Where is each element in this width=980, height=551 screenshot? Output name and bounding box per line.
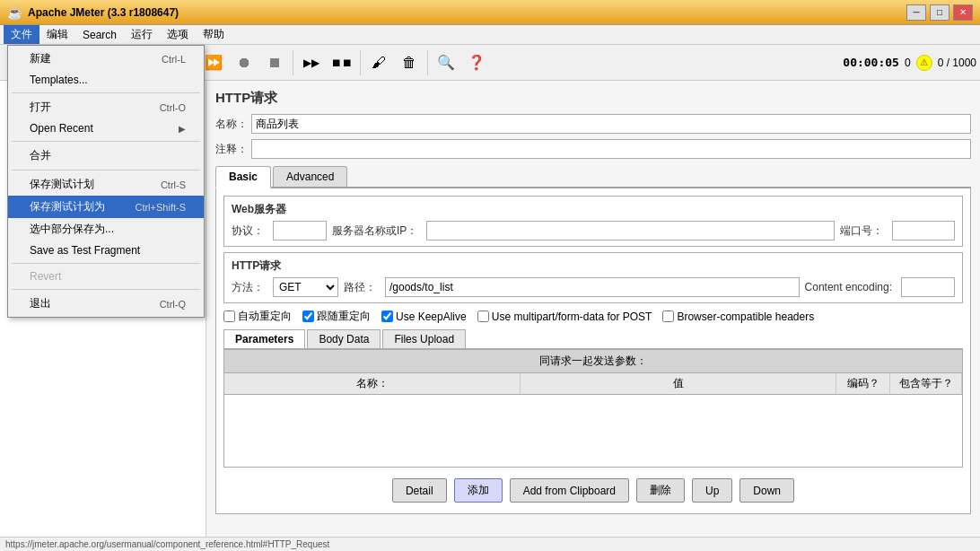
browser-headers-checkbox[interactable]: [662, 310, 674, 322]
menu-open-recent[interactable]: Open Recent ▶: [8, 118, 204, 138]
menu-save-fragment[interactable]: Save as Test Fragment: [8, 241, 204, 260]
encoding-label: Content encoding:: [805, 281, 892, 293]
http-request-section: HTTP请求 方法： GET POST PUT DELETE 路径： Conte…: [223, 252, 963, 303]
follow-redirect-check[interactable]: 跟随重定向: [302, 309, 371, 324]
inner-tab-files-upload[interactable]: Files Upload: [382, 329, 466, 348]
main-tabs: Basic Advanced Web服务器 协议： 服务器名称或IP： 端口号：: [215, 166, 971, 514]
menu-options[interactable]: 选项: [160, 25, 196, 44]
menu-revert: Revert: [8, 267, 204, 286]
multipart-check[interactable]: Use multipart/form-data for POST: [477, 310, 652, 323]
menu-edit[interactable]: 编辑: [39, 25, 75, 44]
minimize-button[interactable]: ─: [906, 4, 926, 21]
path-input[interactable]: [385, 277, 800, 297]
close-button[interactable]: ✕: [953, 4, 973, 21]
multipart-checkbox[interactable]: [477, 310, 489, 322]
col-name-header: 名称：: [224, 373, 521, 394]
name-row: 名称：: [215, 114, 971, 134]
menu-sep-1: [12, 92, 200, 93]
follow-redirect-checkbox[interactable]: [302, 310, 314, 322]
menu-sep-2: [12, 141, 200, 142]
inner-tabs-row: Parameters Body Data Files Upload: [223, 329, 963, 349]
menu-bar: 文件 编辑 Search 运行 选项 帮助: [0, 25, 980, 45]
panel-title: HTTP请求: [215, 90, 971, 107]
warning-count: 0: [905, 57, 911, 69]
menu-save-partial[interactable]: 选中部分保存为...: [8, 218, 204, 241]
col-value-header: 值: [521, 373, 836, 394]
comment-label: 注释：: [215, 142, 248, 157]
down-button[interactable]: Down: [739, 478, 794, 503]
auto-redirect-check[interactable]: 自动重定向: [223, 309, 292, 324]
menu-search[interactable]: Search: [75, 27, 124, 43]
browser-headers-check[interactable]: Browser-compatible headers: [662, 310, 814, 323]
title-text: Apache JMeter (3.3 r1808647): [28, 6, 906, 19]
checkboxes-row: 自动重定向 跟随重定向 Use KeepAlive Use multipart/…: [223, 309, 963, 324]
comment-row: 注释：: [215, 139, 971, 159]
add-param-button[interactable]: 添加: [454, 478, 503, 503]
shutdown-button[interactable]: ⏹: [260, 48, 289, 77]
tabs-row: Basic Advanced: [215, 166, 971, 188]
delete-button[interactable]: 删除: [636, 478, 685, 503]
server-input[interactable]: [426, 221, 835, 241]
server-label: 服务器名称或IP：: [332, 223, 417, 239]
auto-redirect-checkbox[interactable]: [223, 310, 235, 322]
toolbar-timer-area: 00:00:05 0 ⚠ 0 / 1000: [843, 55, 976, 71]
inner-tab-body-data[interactable]: Body Data: [307, 329, 381, 348]
menu-sep-5: [12, 289, 200, 290]
status-bar: https://jmeter.apache.org/usermanual/com…: [0, 537, 980, 551]
web-server-title: Web服务器: [232, 202, 955, 217]
menu-open[interactable]: 打开 Ctrl-O: [8, 96, 204, 118]
up-button[interactable]: Up: [692, 478, 732, 503]
col-encode-header: 编码？: [836, 373, 890, 394]
protocol-input[interactable]: [273, 221, 327, 241]
tab-content: Web服务器 协议： 服务器名称或IP： 端口号： HTTP请求 方法：: [215, 188, 971, 514]
web-server-row: 协议： 服务器名称或IP： 端口号：: [232, 221, 955, 241]
keep-alive-checkbox[interactable]: [381, 310, 393, 322]
remote-stop-button[interactable]: ⏹⏹: [328, 48, 356, 77]
keep-alive-check[interactable]: Use KeepAlive: [381, 310, 467, 323]
menu-save-as[interactable]: 保存测试计划为 Ctrl+Shift-S: [8, 196, 204, 218]
keep-alive-label: Use KeepAlive: [396, 310, 467, 323]
stop-button[interactable]: ⏺: [230, 48, 258, 77]
clear-button[interactable]: 🖌: [364, 48, 393, 77]
http-request-title: HTTP请求: [232, 258, 955, 274]
menu-save[interactable]: 保存测试计划 Ctrl-S: [8, 173, 204, 196]
browser-headers-label: Browser-compatible headers: [677, 310, 814, 323]
follow-redirect-label: 跟随重定向: [317, 309, 371, 324]
detail-button[interactable]: Detail: [392, 478, 447, 503]
name-label: 名称：: [215, 117, 248, 132]
params-section: 同请求一起发送参数： 名称： 值 编码？ 包含等于？: [223, 349, 963, 468]
menu-exit[interactable]: 退出 Ctrl-Q: [8, 293, 204, 315]
warning-badge: ⚠: [916, 55, 932, 71]
remote-start-button[interactable]: ▶▶: [297, 48, 326, 77]
menu-templates[interactable]: Templates...: [8, 70, 204, 90]
menu-run[interactable]: 运行: [124, 25, 160, 44]
menu-help[interactable]: 帮助: [196, 25, 232, 44]
status-text: https://jmeter.apache.org/usermanual/com…: [5, 539, 329, 549]
menu-merge[interactable]: 合并: [8, 144, 204, 167]
window-controls: ─ □ ✕: [906, 4, 973, 21]
comment-input[interactable]: [251, 139, 971, 159]
table-header: 名称： 值 编码？ 包含等于？: [224, 373, 962, 395]
tab-basic[interactable]: Basic: [215, 166, 271, 188]
maximize-button[interactable]: □: [930, 4, 949, 21]
encoding-input[interactable]: [901, 277, 955, 297]
http-method-row: 方法： GET POST PUT DELETE 路径： Content enco…: [232, 277, 955, 297]
clear-all-button[interactable]: 🗑: [395, 48, 424, 77]
name-input[interactable]: [251, 114, 971, 134]
menu-new[interactable]: 新建 Ctrl-L: [8, 48, 204, 70]
file-dropdown-menu: 新建 Ctrl-L Templates... 打开 Ctrl-O Open Re…: [7, 45, 205, 318]
multipart-label: Use multipart/form-data for POST: [492, 310, 652, 323]
right-pane: HTTP请求 名称： 注释： Basic Advanced Web服务器: [206, 81, 980, 551]
method-label: 方法：: [232, 280, 264, 295]
menu-sep-3: [12, 170, 200, 171]
menu-file[interactable]: 文件: [4, 25, 39, 44]
method-select[interactable]: GET POST PUT DELETE: [273, 277, 338, 297]
toolbar-separator-3: [293, 50, 293, 75]
inner-tab-parameters[interactable]: Parameters: [223, 329, 305, 348]
toolbar-separator-4: [360, 50, 361, 75]
search-button[interactable]: 🔍: [432, 48, 460, 77]
add-from-clipboard-button[interactable]: Add from Clipboard: [510, 478, 629, 503]
port-input[interactable]: [892, 221, 955, 241]
help-button[interactable]: ❓: [462, 48, 491, 77]
tab-advanced[interactable]: Advanced: [273, 166, 347, 187]
